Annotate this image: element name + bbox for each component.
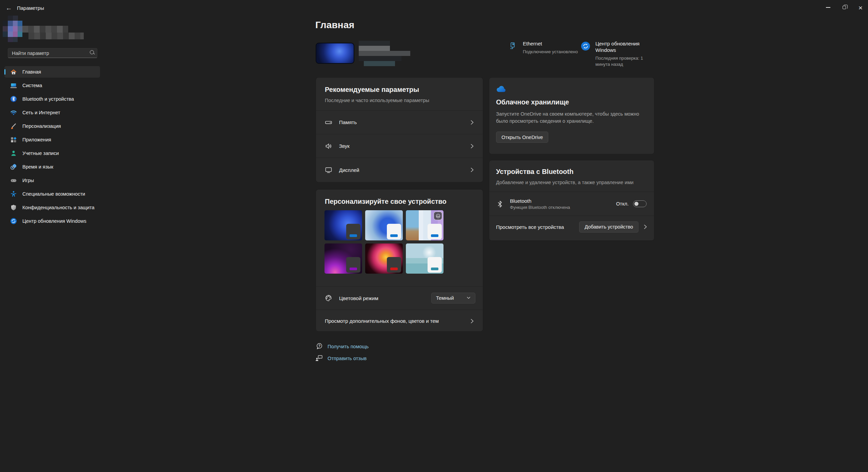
sidebar-item-personalization[interactable]: Персонализация bbox=[4, 120, 100, 132]
sidebar-item-privacy[interactable]: Конфиденциальность и защита bbox=[4, 202, 100, 213]
recommended-title: Рекомендуемые параметры bbox=[325, 86, 474, 94]
sidebar-item-accessibility[interactable]: Специальные возможности bbox=[4, 188, 100, 200]
ethernet-status[interactable]: Ethernet Подключение установлено bbox=[509, 41, 580, 55]
view-all-devices-row[interactable]: Просмотреть все устройства Добавить устр… bbox=[489, 216, 654, 238]
color-mode-dropdown[interactable]: Темный bbox=[431, 293, 475, 303]
sidebar-item-system[interactable]: Система bbox=[4, 80, 100, 91]
bluetooth-card-subtitle: Добавление и удаление устройств, а также… bbox=[496, 180, 645, 185]
back-button[interactable]: ← bbox=[3, 3, 14, 14]
display-icon bbox=[325, 166, 332, 174]
sidebar-item-bluetooth[interactable]: Bluetooth и устройства bbox=[4, 93, 100, 105]
bluetooth-device-status: Функция Bluetooth отключена bbox=[510, 205, 616, 210]
chevron-right-icon bbox=[469, 166, 475, 173]
theme-tile-flower-dark[interactable] bbox=[365, 243, 403, 274]
sidebar-item-home[interactable]: Главная bbox=[4, 66, 100, 78]
sidebar-item-apps[interactable]: Приложения bbox=[4, 134, 100, 145]
send-feedback-label: Отправить отзыв bbox=[328, 356, 367, 361]
browse-themes-label: Просмотр дополнительных фонов, цветов и … bbox=[325, 318, 469, 324]
bluetooth-toggle[interactable] bbox=[633, 200, 647, 207]
theme-tile-bloom-light[interactable] bbox=[365, 210, 403, 240]
display-row[interactable]: Дисплей bbox=[316, 158, 483, 182]
bluetooth-card-title: Устройства с Bluetooth bbox=[496, 168, 645, 176]
page-title: Главная bbox=[315, 20, 354, 31]
wifi-icon bbox=[10, 109, 17, 116]
search-input[interactable] bbox=[8, 51, 88, 56]
theme-tile-bloom-dark[interactable] bbox=[324, 210, 362, 240]
theme-tile-glow-purple[interactable] bbox=[324, 243, 362, 274]
sidebar-item-network[interactable]: Сеть и Интернет bbox=[4, 107, 100, 118]
theme-preview-light bbox=[428, 257, 442, 273]
ethernet-title: Ethernet bbox=[523, 41, 578, 47]
bluetooth-devices-card: Устройства с Bluetooth Добавление и удал… bbox=[489, 160, 654, 241]
home-icon bbox=[10, 68, 17, 75]
system-icon bbox=[10, 82, 17, 89]
sidebar-item-label: Время и язык bbox=[22, 164, 53, 170]
update-status-icon bbox=[581, 41, 591, 67]
windows-update-icon bbox=[10, 218, 17, 224]
shield-icon bbox=[10, 204, 17, 211]
chevron-right-icon bbox=[642, 223, 649, 230]
storage-row[interactable]: Память bbox=[316, 111, 483, 134]
titlebar: ← Параметры × bbox=[0, 0, 868, 16]
sound-row[interactable]: Звук bbox=[316, 134, 483, 158]
storage-icon bbox=[325, 119, 332, 126]
accessibility-icon bbox=[10, 191, 17, 197]
avatar-mosaic-graphic bbox=[3, 16, 22, 42]
sidebar-item-windows-update[interactable]: Центр обновления Windows bbox=[4, 215, 100, 227]
sidebar-item-label: Игры bbox=[22, 178, 34, 183]
minimize-icon bbox=[826, 7, 830, 8]
search-icon[interactable] bbox=[88, 49, 97, 58]
get-help-link[interactable]: ? Получить помощь bbox=[315, 342, 369, 350]
open-onedrive-button[interactable]: Открыть OneDrive bbox=[496, 132, 548, 143]
search-box bbox=[8, 48, 97, 58]
send-feedback-link[interactable]: Отправить отзыв bbox=[315, 354, 367, 362]
time-language-icon bbox=[10, 163, 17, 170]
update-status-subtitle: Последняя проверка: 1 минута назад bbox=[595, 55, 658, 67]
sidebar-item-label: Bluetooth и устройства bbox=[22, 96, 74, 102]
add-device-button[interactable]: Добавить устройство bbox=[579, 221, 638, 233]
color-mode-icon bbox=[325, 294, 332, 302]
theme-preview-dark bbox=[346, 224, 360, 239]
account-icon bbox=[10, 150, 17, 157]
restore-button[interactable] bbox=[836, 0, 852, 15]
theme-tile-photo-collage[interactable] bbox=[406, 210, 443, 240]
sidebar-item-accounts[interactable]: Учетные записи bbox=[4, 148, 100, 159]
theme-grid bbox=[324, 210, 444, 274]
sidebar-item-time-language[interactable]: Время и язык bbox=[4, 161, 100, 173]
chevron-right-icon bbox=[469, 143, 475, 150]
theme-preview-light bbox=[387, 224, 401, 239]
back-arrow-icon: ← bbox=[6, 4, 12, 12]
photo-theme-badge bbox=[434, 212, 442, 220]
user-avatar-blurred[interactable] bbox=[3, 16, 22, 43]
sidebar-item-gaming[interactable]: Игры bbox=[4, 175, 100, 186]
recommended-subtitle: Последние и часто используемые параметры bbox=[325, 98, 474, 103]
sidebar-item-label: Приложения bbox=[22, 137, 51, 142]
minimize-button[interactable] bbox=[820, 0, 836, 15]
sound-icon bbox=[325, 142, 332, 150]
chevron-right-icon bbox=[469, 318, 475, 324]
bluetooth-icon bbox=[10, 96, 17, 102]
theme-tile-calm-landscape[interactable] bbox=[406, 243, 443, 274]
restore-icon bbox=[843, 6, 846, 9]
theme-preview-dark bbox=[387, 257, 401, 273]
feedback-icon bbox=[315, 354, 323, 362]
chevron-down-icon bbox=[466, 295, 472, 302]
help-icon: ? bbox=[315, 342, 323, 350]
update-status-title: Центр обновления Windows bbox=[595, 41, 653, 54]
user-name-blurred bbox=[22, 26, 68, 33]
sidebar-nav: Главная Система Bluetooth и устройства bbox=[4, 66, 100, 229]
theme-preview-light bbox=[428, 224, 442, 239]
gamepad-icon bbox=[10, 177, 17, 184]
personalization-card: Персонализируйте свое устройство bbox=[316, 189, 483, 332]
sidebar-item-label: Специальные возможности bbox=[22, 191, 85, 197]
bluetooth-device-label: Bluetooth bbox=[510, 198, 616, 204]
browse-themes-row[interactable]: Просмотр дополнительных фонов, цветов и … bbox=[316, 310, 483, 332]
personalize-title: Персонализируйте свое устройство bbox=[325, 198, 474, 205]
brush-icon bbox=[10, 123, 17, 130]
color-mode-row: Цветовой режим Темный bbox=[316, 287, 483, 310]
cloud-storage-card: Облачное хранилище Запустите OneDrive на… bbox=[489, 77, 654, 154]
windows-update-status[interactable]: Центр обновления Windows Последняя прове… bbox=[581, 41, 659, 67]
sidebar-item-label: Учетные записи bbox=[22, 151, 59, 156]
sidebar-item-label: Главная bbox=[22, 69, 41, 75]
close-button[interactable]: × bbox=[852, 0, 868, 15]
